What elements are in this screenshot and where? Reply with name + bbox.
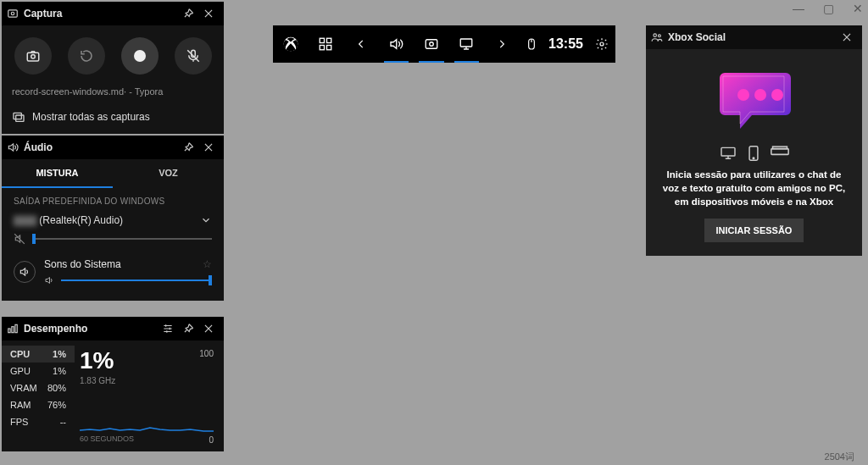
performance-widget-button[interactable] (449, 25, 485, 63)
system-volume-slider[interactable] (61, 280, 212, 281)
metric-list: CPU1% GPU1% VRAM80% RAM76% FPS-- (2, 346, 75, 446)
capture-panel: Captura record-screen-windows.md· - Typo… (2, 2, 224, 134)
sign-in-button[interactable]: INICIAR SESSÃO (704, 219, 804, 242)
chart-ymin: 0 (209, 435, 214, 445)
svg-point-19 (600, 42, 604, 46)
svg-rect-17 (461, 39, 473, 47)
svg-point-20 (654, 34, 657, 37)
performance-icon (7, 323, 19, 335)
svg-point-1 (11, 12, 14, 15)
capture-widget-icon (7, 8, 19, 19)
svg-point-3 (31, 55, 35, 59)
svg-rect-9 (15, 324, 17, 332)
console-icon (771, 146, 789, 158)
capture-title: Captura (7, 8, 178, 19)
metric-vram[interactable]: VRAM80% (2, 379, 75, 396)
close-button[interactable] (198, 137, 219, 158)
widgets-button[interactable] (309, 25, 344, 63)
speaker-icon (19, 266, 31, 278)
rewind-icon (79, 48, 94, 64)
svg-point-23 (754, 89, 766, 101)
metric-big-value: 1% (80, 349, 214, 373)
metric-ram[interactable]: RAM76% (2, 396, 75, 413)
options-button[interactable] (158, 318, 178, 339)
nav-prev-button[interactable] (343, 25, 379, 63)
record-dot-icon (134, 50, 146, 62)
system-sounds-icon (14, 261, 36, 283)
svg-rect-12 (327, 38, 331, 42)
svg-rect-8 (12, 327, 14, 333)
window-close-button[interactable]: ✕ (853, 2, 863, 15)
metric-freq: 1.83 GHz (80, 376, 214, 385)
output-device-dropdown[interactable]: ▇▇▇ (Realtek(R) Audio) (14, 211, 212, 231)
window-maximize-button[interactable]: ▢ (823, 2, 834, 15)
svg-rect-29 (772, 147, 787, 149)
chevron-down-icon (200, 214, 212, 226)
monitor-icon (459, 36, 474, 52)
gamebar-toolbar: 13:55 (273, 25, 615, 63)
svg-rect-13 (320, 46, 325, 50)
gear-icon (595, 37, 609, 51)
performance-title-text: Desempenho (24, 323, 87, 335)
speaker-icon (7, 141, 19, 153)
capture-target-label: record-screen-windows.md· - Typora (2, 86, 224, 103)
camera-icon (25, 48, 41, 64)
svg-point-22 (737, 89, 749, 101)
show-all-captures-link[interactable]: Mostrar todas as capturas (2, 103, 224, 134)
audio-title-text: Áudio (24, 141, 53, 153)
close-button[interactable] (837, 27, 857, 47)
metric-cpu[interactable]: CPU1% (2, 346, 75, 363)
social-title-text: Xbox Social (668, 31, 726, 43)
pin-button[interactable] (178, 137, 198, 158)
device-name: (Realtek(R) Audio) (39, 214, 123, 226)
show-all-captures-label: Mostrar todas as capturas (32, 111, 150, 123)
mic-muted-icon[interactable] (14, 233, 25, 245)
mic-toggle-button[interactable] (175, 37, 212, 75)
capture-icon (424, 36, 439, 52)
widgets-icon (318, 36, 333, 52)
audio-widget-button[interactable] (379, 25, 415, 63)
chart-ymax: 100 (199, 349, 214, 358)
svg-rect-14 (327, 46, 331, 50)
chat-illustration (658, 63, 850, 139)
tab-voice[interactable]: VOZ (113, 159, 224, 188)
system-sounds-label: Sons do Sistema (44, 258, 121, 270)
clock: 13:55 (543, 36, 588, 52)
mouse-icon (525, 37, 538, 51)
social-title: Xbox Social (651, 31, 837, 43)
window-minimize-button[interactable]: — (793, 2, 804, 15)
chart-xlabel: 60 SEGUNDOS (80, 435, 214, 443)
svg-point-21 (658, 35, 660, 37)
mic-off-icon (186, 48, 201, 64)
svg-rect-25 (721, 147, 735, 156)
nav-next-button[interactable] (484, 25, 520, 63)
close-button[interactable] (198, 318, 219, 339)
people-icon (651, 31, 663, 43)
metric-gpu[interactable]: GPU1% (2, 363, 75, 379)
screenshot-button[interactable] (14, 37, 52, 75)
audio-panel: Áudio MISTURA VOZ SAÍDA PREDEFINIDA DO W… (2, 136, 224, 301)
favorite-icon[interactable]: ☆ (203, 258, 212, 270)
pin-button[interactable] (178, 3, 198, 24)
svg-point-27 (753, 158, 754, 159)
audio-title: Áudio (7, 141, 178, 153)
headset-volume-slider[interactable] (32, 238, 212, 240)
record-button[interactable] (121, 37, 159, 75)
close-button[interactable] (198, 3, 219, 24)
mouse-indicator (520, 25, 543, 63)
metric-fps[interactable]: FPS-- (2, 413, 75, 430)
performance-panel: Desempenho CPU1% GPU1% VRAM80% RAM76% FP… (2, 317, 224, 451)
status-bar-wordcount: 2504词 (825, 451, 854, 463)
tab-mix[interactable]: MISTURA (2, 159, 113, 188)
record-last-button[interactable] (68, 37, 105, 75)
xbox-button[interactable] (273, 25, 309, 63)
xbox-icon (282, 36, 299, 53)
pin-button[interactable] (178, 318, 198, 339)
capture-widget-button[interactable] (414, 25, 449, 63)
output-label: SAÍDA PREDEFINIDA DO WINDOWS (14, 197, 212, 206)
svg-rect-28 (771, 149, 787, 155)
performance-title: Desempenho (7, 323, 158, 335)
gallery-icon (12, 110, 25, 124)
volume-icon (44, 275, 54, 285)
settings-button[interactable] (588, 25, 615, 63)
